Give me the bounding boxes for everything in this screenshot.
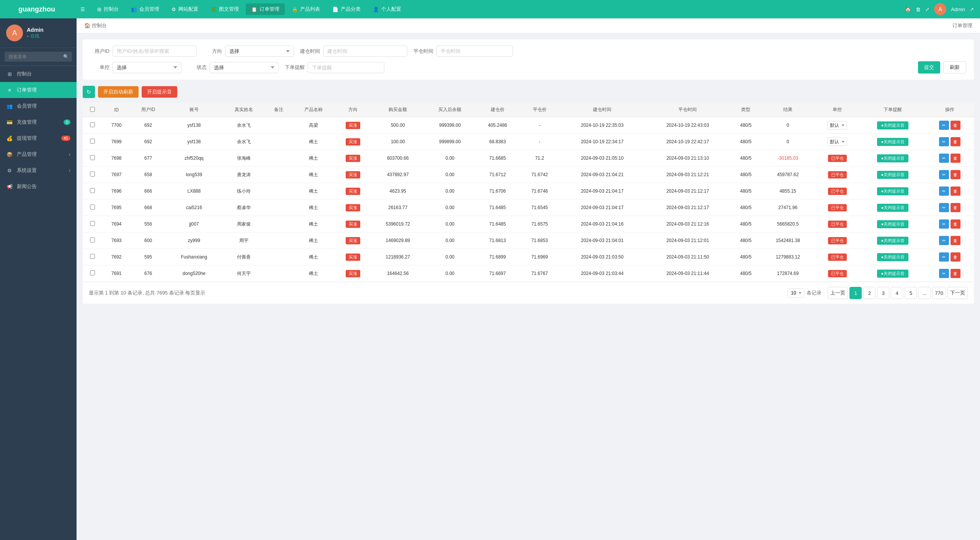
filter-control-select[interactable]: 选择: [113, 62, 181, 73]
home-icon[interactable]: 🏠: [905, 7, 911, 12]
sidebar-item-products[interactable]: 📦 产品管理 ‹: [0, 146, 77, 162]
cell-direction-3: 买涨: [335, 167, 371, 183]
alert-btn-1[interactable]: ●关闭提示音: [877, 138, 908, 146]
sidebar-item-members[interactable]: 👥 会员管理: [0, 98, 77, 114]
row-checkbox-7[interactable]: [90, 237, 95, 242]
edit-btn-0[interactable]: ✏: [939, 121, 949, 130]
filter-close-time-input[interactable]: [436, 46, 513, 57]
nav-member[interactable]: 👥 会员管理: [126, 3, 165, 15]
nav-console[interactable]: ⊞ 控制台: [92, 3, 124, 15]
main-content: 🏠 控制台 订单管理 用户ID 方向 选择: [77, 18, 980, 540]
cell-opentime-3: 2024-09-03 21:04:21: [560, 167, 645, 183]
row-checkbox-2[interactable]: [90, 155, 95, 160]
sidebar-item-news[interactable]: 📢 新闻公告: [0, 178, 77, 195]
filter-userid-label: 用户ID: [90, 48, 109, 55]
cell-product-1: 稀土: [292, 134, 335, 150]
del-btn-3[interactable]: 🗑: [951, 170, 960, 179]
alert-btn-6[interactable]: ●关闭提示音: [877, 220, 908, 228]
row-checkbox-3[interactable]: [90, 172, 95, 177]
filter-status-select[interactable]: 选择: [210, 62, 279, 73]
filter-userid-input[interactable]: [113, 46, 197, 57]
row-checkbox-6[interactable]: [90, 221, 95, 226]
edit-btn-6[interactable]: ✏: [939, 219, 949, 229]
auto-refresh-button[interactable]: 开启自动刷新: [98, 86, 139, 98]
filter-open-time-input[interactable]: [323, 46, 407, 57]
edit-btn-4[interactable]: ✏: [939, 187, 949, 196]
fullscreen-icon[interactable]: ⤢: [925, 7, 929, 12]
per-page-selector: 10 20 50 条记录: [787, 288, 822, 298]
nav-categories[interactable]: 📄 产品分类: [327, 3, 366, 15]
nav-orders[interactable]: 📋 订单管理: [246, 3, 285, 15]
select-all-checkbox[interactable]: [90, 107, 95, 112]
sidebar-search-input[interactable]: [5, 52, 72, 62]
cell-openprice-1: 68.8383: [475, 134, 520, 150]
per-page-select[interactable]: 10 20 50: [787, 288, 804, 298]
alert-btn-2[interactable]: ●关闭提示音: [877, 154, 908, 162]
sidebar-item-settings[interactable]: ⚙ 系统设置 ‹: [0, 162, 77, 178]
row-checkbox-8[interactable]: [90, 254, 95, 259]
row-checkbox-5[interactable]: [90, 205, 95, 209]
control-select-0[interactable]: 默认: [827, 121, 847, 129]
row-checkbox-4[interactable]: [90, 188, 95, 193]
alert-btn-0[interactable]: ●关闭提示音: [877, 121, 908, 129]
prev-page-button[interactable]: 上一页: [828, 287, 848, 299]
page-2-button[interactable]: 2: [863, 287, 875, 299]
alert-btn-5[interactable]: ●关闭提示音: [877, 204, 908, 212]
del-btn-5[interactable]: 🗑: [951, 203, 960, 212]
cell-id-5: 7695: [102, 200, 131, 216]
del-btn-1[interactable]: 🗑: [951, 137, 960, 146]
alert-btn-8[interactable]: ●关闭提示音: [877, 253, 908, 261]
row-checkbox-0[interactable]: [90, 122, 95, 127]
submit-button[interactable]: 提交: [918, 61, 940, 74]
cell-id-6: 7694: [102, 216, 131, 232]
del-btn-7[interactable]: 🗑: [951, 236, 960, 245]
page-3-button[interactable]: 3: [877, 287, 889, 299]
closed-badge-8: 已平仓: [828, 254, 847, 261]
cell-orderalert-5: ●关闭提示音: [860, 200, 926, 216]
refresh-filter-button[interactable]: 刷新: [943, 61, 966, 74]
row-checkbox-1[interactable]: [90, 139, 95, 144]
next-page-button[interactable]: 下一页: [947, 287, 968, 299]
edit-btn-7[interactable]: ✏: [939, 236, 949, 245]
edit-btn-1[interactable]: ✏: [939, 137, 949, 146]
sidebar-item-withdraw[interactable]: 💰 提现管理 45: [0, 130, 77, 146]
page-1-button[interactable]: 1: [849, 287, 862, 299]
share-icon[interactable]: ↗: [970, 7, 974, 12]
edit-btn-5[interactable]: ✏: [939, 203, 949, 212]
del-btn-4[interactable]: 🗑: [951, 187, 960, 196]
filter-direction-select[interactable]: 选择: [225, 46, 294, 57]
page-770-button[interactable]: 770: [932, 287, 946, 299]
refresh-button[interactable]: ↻: [83, 86, 95, 98]
del-btn-2[interactable]: 🗑: [951, 154, 960, 163]
del-btn-0[interactable]: 🗑: [951, 121, 960, 130]
open-alert-button[interactable]: 开启提示音: [142, 86, 177, 98]
sidebar-item-console[interactable]: ⊞ 控制台: [0, 66, 77, 82]
sidebar-item-recharge[interactable]: 💳 充值管理 0: [0, 114, 77, 130]
nav-personal[interactable]: 👤 个人配置: [368, 3, 407, 15]
nav-content[interactable]: 🌿 图文管理: [205, 3, 244, 15]
row-checkbox-9[interactable]: [90, 270, 95, 275]
alert-btn-9[interactable]: ●关闭提示音: [877, 270, 908, 278]
del-btn-6[interactable]: 🗑: [951, 219, 960, 229]
alert-btn-3[interactable]: ●关闭提示音: [877, 171, 908, 179]
alert-btn-7[interactable]: ●关闭提示音: [877, 237, 908, 245]
page-5-button[interactable]: 5: [905, 287, 917, 299]
nav-hamburger[interactable]: ☰: [75, 4, 90, 15]
cell-orderalert-9: ●关闭提示音: [860, 265, 926, 282]
page-4-button[interactable]: 4: [891, 287, 903, 299]
nav-site-config[interactable]: ⚙ 网站配置: [166, 3, 204, 15]
edit-btn-2[interactable]: ✏: [939, 154, 949, 163]
edit-btn-9[interactable]: ✏: [939, 269, 949, 278]
control-select-1[interactable]: 默认: [827, 137, 847, 146]
del-btn-9[interactable]: 🗑: [951, 269, 960, 278]
alert-btn-4[interactable]: ●关闭提示音: [877, 187, 908, 195]
nav-products[interactable]: 🔒 产品列表: [286, 3, 325, 15]
cell-afterbalance-9: 0.00: [425, 265, 475, 282]
filter-order-alert-input[interactable]: [308, 62, 384, 73]
trash-icon[interactable]: 🗑: [916, 7, 921, 12]
del-btn-8[interactable]: 🗑: [951, 252, 960, 262]
edit-btn-8[interactable]: ✏: [939, 252, 949, 262]
sidebar-item-orders[interactable]: ≡ 订单管理: [0, 82, 77, 98]
edit-btn-3[interactable]: ✏: [939, 170, 949, 179]
cell-control-5: 已平仓: [815, 200, 860, 216]
